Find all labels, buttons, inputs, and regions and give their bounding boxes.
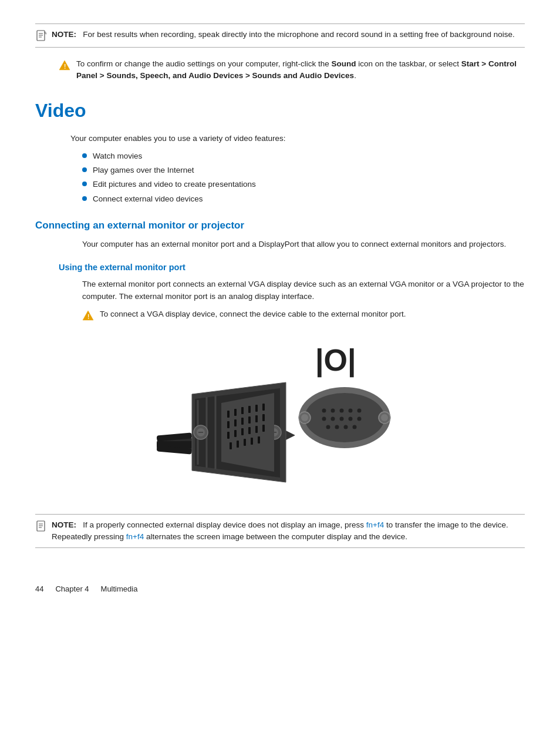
list-item: Edit pictures and video to create presen…: [82, 179, 525, 190]
fn-f4-link-1: fn+f4: [366, 520, 384, 529]
svg-point-28: [344, 425, 348, 429]
audio-warning-text: To confirm or change the audio settings …: [76, 58, 525, 82]
warning-triangle-icon-2: !: [82, 310, 94, 321]
vga-warning-block: ! To connect a VGA display device, conne…: [82, 308, 525, 321]
bullet-dot: [82, 167, 87, 172]
svg-rect-56: [248, 416, 251, 424]
list-item-text: Watch movies: [93, 150, 142, 162]
page-footer: 44 Chapter 4 Multimedia: [35, 583, 525, 595]
bullet-dot: [82, 153, 87, 158]
svg-rect-52: [262, 404, 265, 411]
svg-rect-67: [244, 439, 246, 446]
svg-text:!: !: [87, 313, 89, 320]
list-item-text: Connect external video devices: [93, 193, 203, 205]
svg-rect-49: [241, 407, 244, 414]
bottom-note-text: NOTE: If a properly connected external d…: [52, 519, 525, 543]
bullet-dot: [82, 196, 87, 201]
svg-text:!: !: [64, 63, 66, 70]
svg-rect-57: [255, 415, 258, 422]
svg-rect-66: [237, 441, 239, 448]
svg-rect-50: [248, 406, 251, 413]
vga-warning-text: To connect a VGA display device, connect…: [100, 308, 406, 320]
connecting-external-monitor-heading: Connecting an external monitor or projec…: [35, 218, 525, 233]
svg-point-17: [331, 408, 335, 412]
svg-point-13: [301, 414, 308, 421]
footer-section: Multimedia: [101, 583, 138, 595]
audio-warning-block: ! To confirm or change the audio setting…: [59, 58, 525, 82]
svg-text:|O|: |O|: [315, 343, 356, 378]
svg-rect-55: [241, 418, 244, 425]
svg-point-21: [322, 416, 326, 421]
svg-point-25: [357, 416, 362, 421]
svg-point-27: [335, 425, 339, 429]
top-note-text: NOTE: For best results when recording, s…: [52, 29, 515, 41]
svg-point-16: [322, 408, 326, 412]
svg-text:✎: ✎: [43, 31, 47, 35]
svg-point-15: [381, 414, 388, 421]
svg-rect-65: [230, 442, 232, 449]
vga-connector-svg: |O|: [157, 335, 403, 500]
svg-rect-58: [262, 414, 265, 421]
using-external-monitor-port-heading: Using the external monitor port: [59, 261, 525, 274]
svg-rect-53: [227, 421, 230, 428]
top-note-box: ✎ NOTE: For best results when recording,…: [35, 23, 525, 48]
bullet-dot: [82, 182, 87, 186]
svg-rect-68: [251, 438, 253, 445]
vga-connector-image: |O|: [35, 335, 525, 500]
svg-rect-51: [255, 405, 258, 412]
svg-point-29: [353, 425, 357, 429]
svg-rect-59: [227, 432, 230, 439]
svg-rect-62: [248, 427, 251, 434]
connecting-external-monitor-text: Your computer has an external monitor po…: [82, 238, 525, 250]
list-item-text: Play games over the Internet: [93, 164, 194, 176]
svg-rect-69: [258, 436, 260, 443]
video-title: Video: [35, 96, 525, 125]
note-icon: ✎: [35, 29, 48, 42]
svg-point-18: [340, 408, 344, 412]
note-icon-2: [35, 520, 48, 533]
svg-point-23: [340, 416, 344, 421]
list-item: Watch movies: [82, 150, 525, 162]
video-intro-text: Your computer enables you to use a varie…: [70, 133, 525, 145]
svg-point-24: [349, 416, 353, 421]
svg-rect-61: [241, 428, 244, 435]
svg-rect-47: [227, 411, 230, 418]
svg-rect-60: [234, 430, 237, 437]
video-features-list: Watch movies Play games over the Interne…: [82, 150, 525, 205]
svg-rect-48: [234, 409, 237, 416]
svg-point-19: [349, 408, 353, 412]
svg-point-22: [331, 416, 335, 421]
svg-point-11: [305, 393, 384, 442]
svg-point-20: [357, 408, 362, 412]
list-item: Connect external video devices: [82, 193, 525, 205]
svg-rect-54: [234, 419, 237, 426]
svg-rect-64: [262, 425, 265, 432]
list-item: Play games over the Internet: [82, 164, 525, 176]
svg-point-26: [326, 425, 330, 429]
warning-triangle-icon: !: [59, 59, 70, 71]
svg-rect-63: [255, 426, 258, 433]
footer-page-number: 44: [35, 583, 43, 595]
external-monitor-port-body: The external monitor port connects an ex…: [82, 278, 525, 303]
list-item-text: Edit pictures and video to create presen…: [93, 179, 256, 190]
footer-chapter: Chapter 4: [55, 583, 89, 595]
bottom-note-box: NOTE: If a properly connected external d…: [35, 514, 525, 549]
fn-f4-link-2: fn+f4: [126, 532, 144, 541]
